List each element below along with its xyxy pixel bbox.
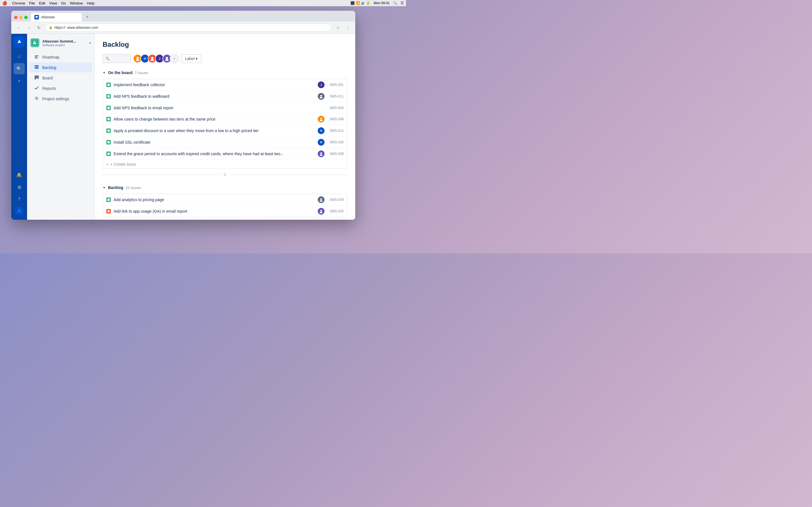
tab-title: Atlassian [41,15,55,19]
table-row[interactable]: Extend the grace period to accounts with… [103,148,347,160]
minimize-button[interactable] [19,16,22,19]
table-row[interactable]: Add analytics to pricing page SMS-039 [103,194,347,206]
sidebar-item-roadmap[interactable]: Roadmap [29,52,92,62]
forward-button[interactable]: → [25,24,33,32]
issue-avatar [318,208,324,215]
svg-rect-2 [35,55,39,56]
label-filter-button[interactable]: Label ▾ [181,54,202,63]
issue-id: SMS-035 [327,209,344,213]
traffic-lights [14,16,28,21]
table-row[interactable]: Add NPS feedback to wallboard SMS-011 [103,91,347,102]
rail-notifications[interactable]: 🔔 [13,169,25,180]
svg-rect-3 [35,57,38,57]
window-menu[interactable]: Window [70,1,83,5]
close-button[interactable] [14,16,17,19]
menubar-controls-icon[interactable]: ☰ [401,1,404,5]
issue-id: SMS-011 [327,94,344,98]
roadmap-icon [34,54,40,60]
help-menu[interactable]: Help [87,1,94,5]
table-row[interactable]: Implement feedback collector J SMS-001 [103,79,347,91]
issue-title: Allow users to change between two tiers … [114,117,315,121]
backlog-title: Backlog [108,185,123,190]
sidebar-item-settings[interactable]: Project settings [29,94,92,104]
sidebar-item-backlog[interactable]: Backlog [29,62,92,72]
svg-rect-19 [107,95,110,98]
svg-point-11 [36,98,38,99]
search-box[interactable]: 🔍 [103,54,131,63]
svg-point-12 [137,57,139,59]
issue-id: SMS-008 [327,117,344,121]
svg-point-29 [320,152,322,154]
table-row[interactable]: Add link to app usage (GA) in email repo… [103,206,347,217]
backlog-section: ▼ Backlog 22 issues Add analytics to pri… [103,184,347,217]
issue-title: Implement feedback collector [114,82,315,87]
create-issue-button[interactable]: + + Create issue [103,160,347,169]
issue-type-icon [106,198,111,202]
rail-create[interactable]: + [13,75,25,87]
on-the-board-section: ▼ On the board 7 issues Implement feedba… [103,69,347,177]
rail-search[interactable]: 🔍 [13,63,25,74]
on-the-board-chevron[interactable]: ▼ [103,71,106,74]
sidebar-item-board[interactable]: Board [29,73,92,83]
issue-avatar [318,93,324,100]
issue-right: H SMS-012 [318,127,344,134]
rail-user-avatar[interactable]: 👤 [15,206,24,215]
sidebar-item-reports[interactable]: Reports [29,83,92,93]
issue-id: SMS-039 [327,152,344,156]
apple-menu[interactable]: 🍎 [2,1,7,5]
bookmark-button[interactable]: ☆ [334,24,342,32]
table-row[interactable]: Apply a prorated discount to a user when… [103,125,347,136]
address-input[interactable]: 🔒 https:// www.atlassian.com [45,24,332,32]
page-title: Backlog [103,41,347,48]
issue-type-icon [106,140,111,145]
svg-rect-18 [107,83,110,86]
issue-type-icon [106,117,111,121]
board-label: Board [42,76,53,80]
table-row[interactable]: Add NPS feedback to email report SMS-004 [103,102,347,114]
project-header[interactable]: Atlassian Summit... Software project ▾ [27,36,94,50]
go-menu[interactable]: Go [61,1,66,5]
on-the-board-count: 7 issues [135,71,148,75]
svg-rect-5 [35,65,39,66]
divider-line-right [230,174,347,175]
sidebar: Atlassian Summit... Software project ▾ R… [27,34,95,220]
filter-bar: 🔍 H J + Label [103,54,347,63]
issue-avatar: J [318,81,324,88]
chrome-menu[interactable]: Chrome [12,1,25,5]
browser-tab[interactable]: Atlassian [31,13,82,21]
table-row[interactable]: Install SSL certificate H SMS-035 [103,136,347,148]
backlog-label: Backlog [42,65,56,70]
refresh-button[interactable]: ↻ [35,24,43,32]
view-menu[interactable]: View [49,1,57,5]
divider-handle[interactable]: ⇅ [220,172,230,177]
issue-right: H SMS-035 [318,139,344,146]
avatar-add-button[interactable]: + [170,54,179,63]
menubar-search-icon[interactable]: 🔍 [393,1,397,5]
settings-icon [34,96,40,101]
svg-rect-6 [35,67,39,68]
atlassian-logo[interactable] [13,36,25,47]
rail-starred[interactable]: ☆ [13,51,25,62]
rail-help[interactable]: ? [13,194,25,205]
app-container: ☆ 🔍 + 🔔 ⊞ ? 👤 [11,34,355,220]
backlog-section-header: ▼ Backlog 22 issues [103,184,347,191]
backlog-issue-list: Add analytics to pricing page SMS-039 [103,194,347,217]
settings-label: Project settings [42,97,69,101]
backlog-chevron[interactable]: ▼ [103,186,106,189]
svg-point-33 [320,200,322,202]
svg-point-21 [320,97,322,98]
browser-window: Atlassian + ← → ↻ 🔒 https:// www.atlassi… [11,11,355,220]
table-row[interactable]: Allow users to change between two tiers … [103,114,347,125]
issue-id: SMS-004 [327,106,344,110]
edit-menu[interactable]: Edit [39,1,45,5]
rail-apps[interactable]: ⊞ [13,181,25,193]
maximize-button[interactable] [24,16,28,19]
menubar-icons: ⬛ 📶 🔊 🔋 [350,1,370,5]
on-the-board-issue-list: Implement feedback collector J SMS-001 A… [103,79,347,169]
file-menu[interactable]: File [29,1,35,5]
menubar-right: ⬛ 📶 🔊 🔋 Mon 09:41 🔍 ☰ [350,1,404,5]
more-button[interactable]: ⋮ [344,24,352,32]
menubar-time: Mon 09:41 [373,1,390,5]
new-tab-button[interactable]: + [84,13,91,21]
back-button[interactable]: ← [15,24,22,32]
